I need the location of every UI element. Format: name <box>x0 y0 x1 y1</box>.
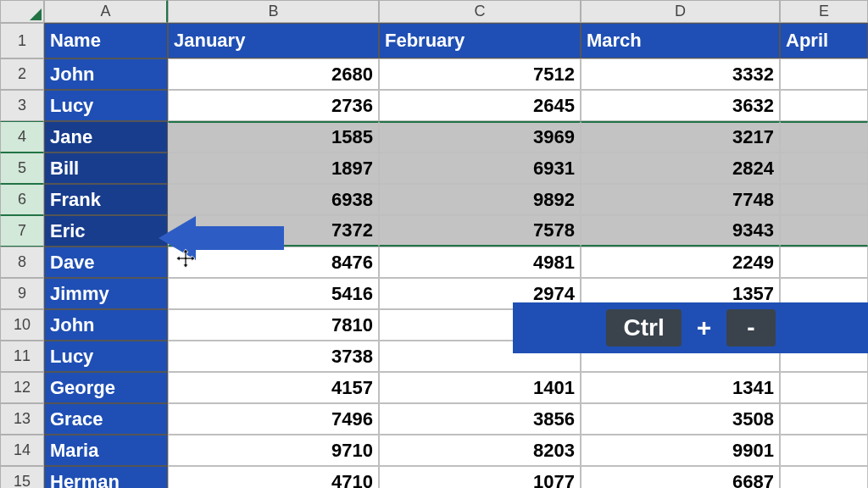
data-cell[interactable]: 7578 <box>379 215 581 247</box>
data-cell[interactable]: 6687 <box>581 466 780 488</box>
ctrl-key: Ctrl <box>606 309 681 347</box>
data-cell[interactable] <box>780 121 868 152</box>
select-all-corner[interactable] <box>0 0 44 23</box>
data-cell[interactable]: 3969 <box>379 121 581 152</box>
data-cell[interactable]: 9901 <box>581 435 780 466</box>
row-header-9[interactable]: 9 <box>0 278 44 309</box>
name-cell[interactable]: Lucy <box>44 90 168 121</box>
data-cell[interactable]: 4981 <box>379 247 581 278</box>
name-cell[interactable]: Lucy <box>44 341 168 372</box>
data-cell[interactable] <box>780 58 868 90</box>
data-cell[interactable]: 6938 <box>168 184 379 215</box>
row-header-1[interactable]: 1 <box>0 23 44 58</box>
row-header-4[interactable]: 4 <box>0 121 44 152</box>
data-cell[interactable] <box>780 466 868 488</box>
data-cell[interactable]: 7810 <box>168 309 379 341</box>
row-header-14[interactable]: 14 <box>0 435 44 466</box>
keyboard-shortcut-callout: Ctrl + - <box>513 302 868 353</box>
data-cell[interactable]: 9343 <box>581 215 780 247</box>
data-cell[interactable]: 2736 <box>168 90 379 121</box>
data-cell[interactable]: 9710 <box>168 435 379 466</box>
data-cell[interactable] <box>780 435 868 466</box>
data-cell[interactable]: 6931 <box>379 152 581 184</box>
row-header-2[interactable]: 2 <box>0 58 44 90</box>
name-cell[interactable]: George <box>44 372 168 403</box>
col-header-a[interactable]: A <box>44 0 168 23</box>
data-cell[interactable]: 1401 <box>379 372 581 403</box>
data-cell[interactable]: 4710 <box>168 466 379 488</box>
data-cell[interactable]: 1585 <box>168 121 379 152</box>
data-cell[interactable]: 2680 <box>168 58 379 90</box>
data-cell[interactable]: 9892 <box>379 184 581 215</box>
row-header-6[interactable]: 6 <box>0 184 44 215</box>
name-cell[interactable]: Frank <box>44 184 168 215</box>
row-header-11[interactable]: 11 <box>0 341 44 372</box>
row-header-5[interactable]: 5 <box>0 152 44 184</box>
data-cell[interactable] <box>780 247 868 278</box>
row-header-12[interactable]: 12 <box>0 372 44 403</box>
name-cell[interactable]: Maria <box>44 435 168 466</box>
data-cell[interactable] <box>780 152 868 184</box>
move-cursor-svg <box>175 248 196 269</box>
minus-key: - <box>726 309 775 347</box>
spreadsheet-grid[interactable]: A B C D E 1 Name January February March … <box>0 0 868 488</box>
data-cell[interactable]: 3632 <box>581 90 780 121</box>
data-cell[interactable]: 3217 <box>581 121 780 152</box>
plus-sign: + <box>697 313 712 342</box>
header-feb[interactable]: February <box>379 23 581 58</box>
row-header-3[interactable]: 3 <box>0 90 44 121</box>
data-cell[interactable]: 8203 <box>379 435 581 466</box>
name-cell[interactable]: Jimmy <box>44 278 168 309</box>
name-cell[interactable]: Grace <box>44 403 168 435</box>
data-cell[interactable]: 3856 <box>379 403 581 435</box>
data-cell[interactable]: 3332 <box>581 58 780 90</box>
data-cell[interactable] <box>780 90 868 121</box>
col-header-c[interactable]: C <box>379 0 581 23</box>
col-header-d[interactable]: D <box>581 0 780 23</box>
name-cell[interactable]: Eric <box>44 215 168 247</box>
row-header-13[interactable]: 13 <box>0 403 44 435</box>
name-cell[interactable]: Dave <box>44 247 168 278</box>
header-apr[interactable]: April <box>780 23 868 58</box>
data-cell[interactable]: 4157 <box>168 372 379 403</box>
name-cell[interactable]: Jane <box>44 121 168 152</box>
name-cell[interactable]: John <box>44 309 168 341</box>
row-header-10[interactable]: 10 <box>0 309 44 341</box>
name-cell[interactable]: Herman <box>44 466 168 488</box>
data-cell[interactable]: 1897 <box>168 152 379 184</box>
col-header-e[interactable]: E <box>780 0 868 23</box>
data-cell[interactable]: 5416 <box>168 278 379 309</box>
header-name[interactable]: Name <box>44 23 168 58</box>
data-cell[interactable]: 7512 <box>379 58 581 90</box>
data-cell[interactable]: 2249 <box>581 247 780 278</box>
data-cell[interactable] <box>780 184 868 215</box>
header-jan[interactable]: January <box>168 23 379 58</box>
data-cell[interactable]: 3738 <box>168 341 379 372</box>
row-header-15[interactable]: 15 <box>0 466 44 488</box>
move-cursor-icon <box>175 248 196 274</box>
data-cell[interactable]: 7748 <box>581 184 780 215</box>
data-cell[interactable]: 3508 <box>581 403 780 435</box>
data-cell[interactable] <box>780 215 868 247</box>
data-cell[interactable] <box>780 372 868 403</box>
header-mar[interactable]: March <box>581 23 780 58</box>
data-cell[interactable]: 7496 <box>168 403 379 435</box>
data-cell[interactable]: 2824 <box>581 152 780 184</box>
row-header-8[interactable]: 8 <box>0 247 44 278</box>
data-cell[interactable] <box>780 403 868 435</box>
data-cell[interactable]: 1341 <box>581 372 780 403</box>
data-cell[interactable]: 1077 <box>379 466 581 488</box>
row-header-7[interactable]: 7 <box>0 215 44 247</box>
col-header-b[interactable]: B <box>168 0 379 23</box>
name-cell[interactable]: John <box>44 58 168 90</box>
name-cell[interactable]: Bill <box>44 152 168 184</box>
data-cell[interactable]: 2645 <box>379 90 581 121</box>
